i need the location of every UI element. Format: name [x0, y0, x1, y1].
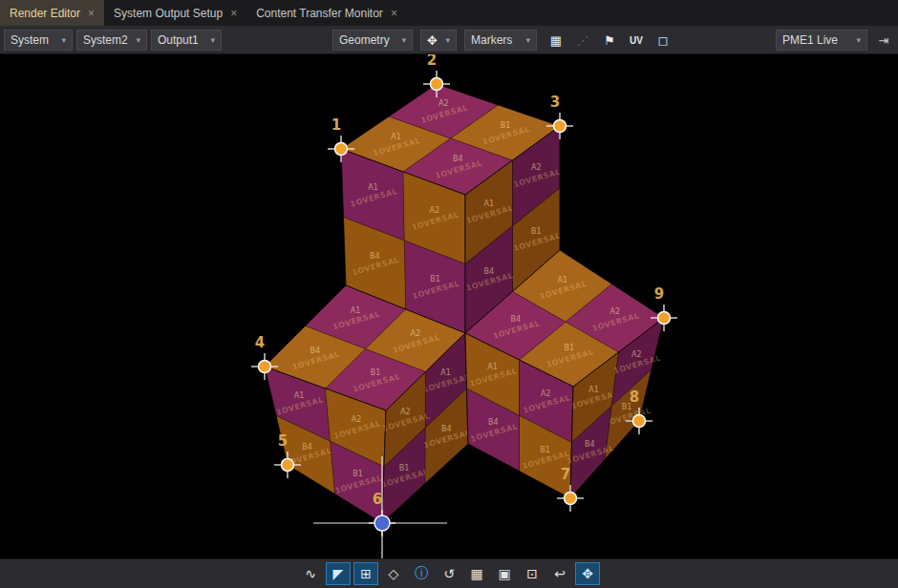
svg-text:B4: B4: [488, 418, 499, 427]
chevron-down-icon: ▾: [856, 35, 861, 45]
toolbar-icon-group: ▦⋰⚑UV◻: [545, 30, 674, 51]
svg-text:B4: B4: [310, 346, 321, 355]
svg-text:B4: B4: [302, 443, 312, 452]
chevron-down-icon: ▾: [210, 35, 215, 45]
grid-icon[interactable]: ▦: [545, 30, 567, 51]
svg-text:A2: A2: [411, 329, 421, 338]
svg-text:A1: A1: [588, 386, 599, 394]
tab-label: Render Editor: [10, 7, 80, 20]
pointer-tool-button[interactable]: ◤: [326, 562, 351, 585]
svg-text:A2: A2: [541, 389, 551, 398]
chevron-down-icon: ▾: [445, 35, 450, 45]
selection-box-icon[interactable]: ◻: [652, 30, 674, 51]
svg-text:9: 9: [654, 285, 664, 303]
svg-text:B1: B1: [353, 470, 363, 478]
svg-text:B1: B1: [371, 368, 381, 377]
markers-dropdown[interactable]: Markers ▾: [464, 30, 537, 51]
mesh-grid-button[interactable]: ▦: [464, 562, 489, 585]
svg-text:3: 3: [550, 94, 560, 111]
output-dropdown[interactable]: Output1 ▾: [151, 30, 222, 51]
undo-button[interactable]: ↩: [547, 562, 572, 585]
chevron-down-icon: ▾: [401, 35, 406, 45]
live-mode-label: PME1 Live: [782, 33, 838, 47]
svg-text:B1: B1: [540, 446, 550, 454]
pin-panel-button[interactable]: ⇥: [873, 30, 894, 51]
live-mode-dropdown[interactable]: PME1 Live ▾: [776, 30, 867, 51]
svg-text:B4: B4: [483, 267, 494, 276]
svg-text:A2: A2: [609, 307, 620, 316]
tab-content-transfer-monitor[interactable]: Content Transfer Monitor×: [246, 0, 407, 26]
markers-dropdown-label: Markers: [471, 33, 512, 47]
svg-text:A1: A1: [557, 276, 567, 284]
svg-text:A2: A2: [400, 408, 411, 416]
geometry-dropdown-label: Geometry: [339, 33, 390, 47]
chevron-down-icon: ▾: [136, 35, 140, 45]
uv-icon[interactable]: UV: [625, 30, 648, 51]
close-icon[interactable]: ×: [88, 8, 95, 19]
snap-path-icon[interactable]: ⋰: [571, 30, 594, 51]
svg-text:B1: B1: [531, 227, 542, 236]
system2-dropdown[interactable]: System2 ▾: [76, 30, 147, 51]
svg-text:6: 6: [373, 491, 382, 508]
svg-text:7: 7: [561, 466, 570, 483]
pin-icon: ⇥: [879, 33, 889, 48]
svg-text:B4: B4: [441, 425, 452, 433]
close-icon[interactable]: ×: [391, 8, 397, 19]
flag-icon[interactable]: ⚑: [598, 30, 621, 51]
render-editor-window: Render Editor×System Output Setup×Conten…: [0, 0, 898, 588]
svg-text:1: 1: [331, 116, 341, 134]
viewport-svg: A11OVERSALA21OVERSALB11OVERSALB41OVERSAL…: [0, 54, 898, 558]
svg-text:8: 8: [630, 388, 639, 406]
svg-text:5: 5: [278, 432, 288, 450]
svg-text:A1: A1: [351, 306, 361, 315]
system-dropdown-label: System: [11, 33, 49, 47]
svg-text:A1: A1: [391, 133, 401, 141]
svg-text:A2: A2: [430, 206, 440, 215]
svg-text:A2: A2: [631, 350, 642, 359]
svg-text:A1: A1: [487, 363, 498, 371]
screen-export-button[interactable]: ▣: [492, 562, 517, 585]
svg-text:4: 4: [255, 334, 265, 351]
tab-label: Content Transfer Monitor: [256, 7, 383, 20]
geometry-dropdown[interactable]: Geometry ▾: [332, 30, 413, 51]
svg-text:A2: A2: [352, 415, 362, 424]
svg-text:A1: A1: [440, 368, 451, 377]
chevron-down-icon: ▾: [61, 35, 66, 45]
grid-tool-button[interactable]: ⊞: [353, 562, 378, 585]
svg-text:A1: A1: [294, 391, 305, 400]
svg-text:A2: A2: [531, 163, 542, 172]
system2-dropdown-label: System2: [83, 33, 128, 47]
move-arrows-icon: ✥: [427, 33, 438, 48]
svg-text:A2: A2: [438, 99, 449, 108]
system-dropdown[interactable]: System ▾: [4, 30, 73, 51]
output-dropdown-label: Output1: [158, 33, 199, 47]
bottom-toolbar: ∿◤⊞◇ⓘ↺▦▣⊡↩✥: [0, 558, 898, 588]
render-viewport[interactable]: A11OVERSALA21OVERSALB11OVERSALB41OVERSAL…: [0, 54, 898, 558]
info-toggle-button[interactable]: ⓘ: [409, 562, 434, 585]
svg-text:B1: B1: [564, 344, 574, 352]
move-tool-dropdown[interactable]: ✥ ▾: [420, 30, 457, 51]
chevron-down-icon: ▾: [525, 35, 530, 45]
svg-text:A1: A1: [483, 200, 494, 208]
svg-text:B4: B4: [510, 315, 521, 324]
svg-text:B4: B4: [370, 252, 380, 261]
svg-text:B1: B1: [399, 464, 410, 472]
close-icon[interactable]: ×: [230, 8, 237, 19]
tab-system-output-setup[interactable]: System Output Setup×: [104, 0, 246, 26]
move-tool-button[interactable]: ✥: [575, 562, 600, 585]
screen-import-button[interactable]: ⊡: [520, 562, 545, 585]
curve-tool-button[interactable]: ↺: [437, 562, 461, 585]
svg-text:B4: B4: [585, 440, 595, 449]
svg-text:B1: B1: [501, 121, 511, 130]
svg-text:B1: B1: [430, 275, 440, 284]
tab-bar: Render Editor×System Output Setup×Conten…: [0, 0, 898, 26]
tab-label: System Output Setup: [114, 7, 223, 20]
tab-render-editor[interactable]: Render Editor×: [0, 0, 104, 26]
plane-tool-button[interactable]: ◇: [381, 562, 406, 585]
spline-tool-button[interactable]: ∿: [298, 562, 323, 585]
svg-text:A1: A1: [368, 183, 378, 192]
svg-text:B4: B4: [453, 155, 463, 163]
svg-text:2: 2: [427, 54, 437, 69]
main-toolbar: System ▾ System2 ▾ Output1 ▾ Geometry ▾ …: [0, 26, 898, 54]
